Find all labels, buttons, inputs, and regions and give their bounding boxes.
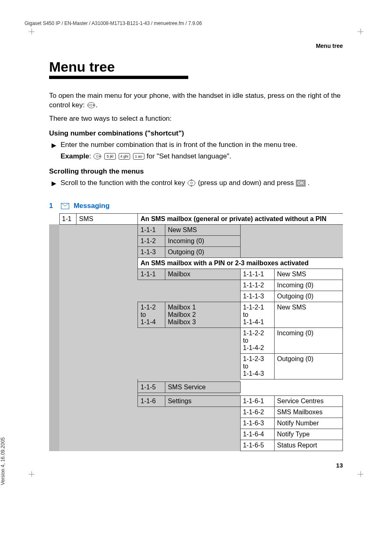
control-key-icon bbox=[187, 179, 196, 187]
section-number: 1 bbox=[49, 202, 53, 210]
cell-sub-code: 1-1-2-1 to 1-1-4-1 bbox=[240, 302, 274, 327]
svg-marker-6 bbox=[99, 155, 101, 158]
cell-sub-name: Outgoing (0) bbox=[275, 291, 343, 302]
cell-code: 1-1-2 to 1-1-4 bbox=[138, 302, 165, 327]
cell-sub-code: 1-1-6-2 bbox=[240, 407, 274, 418]
cell-sub-code: 1-1-2-3 to 1-1-4-3 bbox=[240, 353, 274, 379]
scroll-text-c: . bbox=[308, 179, 310, 187]
section-title-messaging: Messaging bbox=[74, 202, 110, 210]
header-path: Gigaset S450 IP / EN-Master / A31008-M17… bbox=[25, 20, 367, 26]
scroll-text-b: (press up and down) and press bbox=[198, 179, 296, 187]
heading-underline bbox=[49, 76, 188, 79]
cell-sub-name: Outgoing (0) bbox=[275, 353, 343, 379]
cell-name: Mailbox 1 Mailbox 2 Mailbox 3 bbox=[165, 302, 241, 327]
key-1-icon: 1 ao bbox=[133, 153, 144, 160]
svg-point-7 bbox=[188, 180, 195, 186]
cell-code: 1-1 bbox=[59, 213, 77, 224]
cell-name: Outgoing (0) bbox=[165, 246, 241, 257]
crop-mark-icon bbox=[358, 471, 363, 477]
svg-marker-9 bbox=[190, 179, 193, 181]
bullet-arrow-icon: ▶ bbox=[52, 141, 56, 149]
cell-header: An SMS mailbox with a PIN or 2-3 mailbox… bbox=[138, 257, 343, 269]
crop-mark-icon bbox=[29, 471, 34, 477]
cell-name: Settings bbox=[165, 396, 241, 407]
cell-code: 1-1-3 bbox=[138, 246, 165, 257]
example-text: for "Set handset language". bbox=[146, 152, 231, 160]
svg-marker-10 bbox=[190, 185, 193, 187]
shortcut-bullet-text: Enter the number combination that is in … bbox=[61, 140, 343, 150]
svg-marker-2 bbox=[93, 104, 95, 106]
cell-code: 1-1-1 bbox=[138, 224, 165, 235]
cell-name: Mailbox bbox=[165, 269, 241, 280]
scrolling-bullet: Scroll to the function with the control … bbox=[61, 178, 343, 188]
svg-point-8 bbox=[191, 182, 193, 184]
cell-header: An SMS mailbox (general or private) acti… bbox=[138, 213, 343, 224]
svg-point-1 bbox=[90, 104, 92, 106]
crop-mark-icon bbox=[358, 29, 363, 34]
cell-sub-name: New SMS bbox=[275, 269, 343, 280]
control-key-icon bbox=[87, 101, 95, 109]
cell-sub-code: 1-1-1-3 bbox=[240, 291, 274, 302]
cell-sub-code: 1-1-6-1 bbox=[240, 396, 274, 407]
cell-code: 1-1-5 bbox=[138, 382, 165, 393]
bullet-arrow-icon: ▶ bbox=[52, 179, 56, 187]
cell-sub-code: 1-1-6-4 bbox=[240, 429, 274, 440]
crop-mark-icon bbox=[29, 29, 34, 34]
cell-sub-name: Incoming (0) bbox=[275, 280, 343, 291]
intro-paragraph: To open the main menu for your phone, wi… bbox=[49, 91, 343, 110]
cell-name: Incoming (0) bbox=[165, 235, 241, 246]
cell-code: 1-1-2 bbox=[138, 235, 165, 246]
intro-text-2: There are two ways to select a function: bbox=[49, 114, 343, 124]
scroll-text-a: Scroll to the function with the control … bbox=[61, 179, 187, 187]
cell-code: 1-1-1 bbox=[138, 269, 165, 280]
cell-sub-code: 1-1-1-2 bbox=[240, 280, 274, 291]
cell-sub-name: Incoming (0) bbox=[275, 327, 343, 353]
cell-name: SMS bbox=[77, 213, 138, 224]
cell-sub-code: 1-1-2-2 to 1-1-4-2 bbox=[240, 327, 274, 353]
key-5-icon: 5 jkl bbox=[104, 153, 116, 160]
cell-code: 1-1-6 bbox=[138, 396, 165, 407]
subheading-scrolling: Scrolling through the menus bbox=[49, 167, 343, 176]
svg-marker-3 bbox=[88, 104, 89, 106]
svg-point-5 bbox=[97, 156, 99, 158]
control-key-icon bbox=[93, 152, 101, 160]
page-number: 13 bbox=[49, 462, 343, 469]
envelope-icon bbox=[61, 203, 69, 209]
menu-tree-table: 1-1 SMS An SMS mailbox (general or priva… bbox=[49, 213, 343, 452]
cell-sub-name: Status Report bbox=[275, 440, 343, 451]
cell-name: SMS Service bbox=[165, 382, 241, 393]
table-row: 1-1 SMS An SMS mailbox (general or priva… bbox=[49, 213, 343, 224]
cell-sub-name: SMS Mailboxes bbox=[275, 407, 343, 418]
cell-sub-code: 1-1-6-3 bbox=[240, 418, 274, 429]
page-header-label: Menu tree bbox=[49, 43, 343, 49]
cell-sub-code: 1-1-1-1 bbox=[240, 269, 274, 280]
cell-sub-name: New SMS bbox=[275, 302, 343, 327]
example-row: Example: 5 jkl 4 ghi 1 ao for "Set hands… bbox=[61, 151, 343, 162]
cell-sub-name: Service Centres bbox=[275, 396, 343, 407]
cell-sub-code: 1-1-6-5 bbox=[240, 440, 274, 451]
table-row: 1-1-1 New SMS bbox=[49, 224, 343, 235]
page-title: Menu tree bbox=[49, 59, 343, 75]
key-4-icon: 4 ghi bbox=[119, 153, 130, 160]
ok-key-icon: OK bbox=[296, 180, 306, 187]
subheading-shortcut: Using number combinations ("shortcut") bbox=[49, 129, 343, 138]
cell-sub-name: Notify Type bbox=[275, 429, 343, 440]
cell-sub-name: Notify Number bbox=[275, 418, 343, 429]
version-label: Version 4, 16.09.2005 bbox=[0, 437, 6, 485]
example-label: Example bbox=[61, 152, 89, 160]
cell-name: New SMS bbox=[165, 224, 241, 235]
